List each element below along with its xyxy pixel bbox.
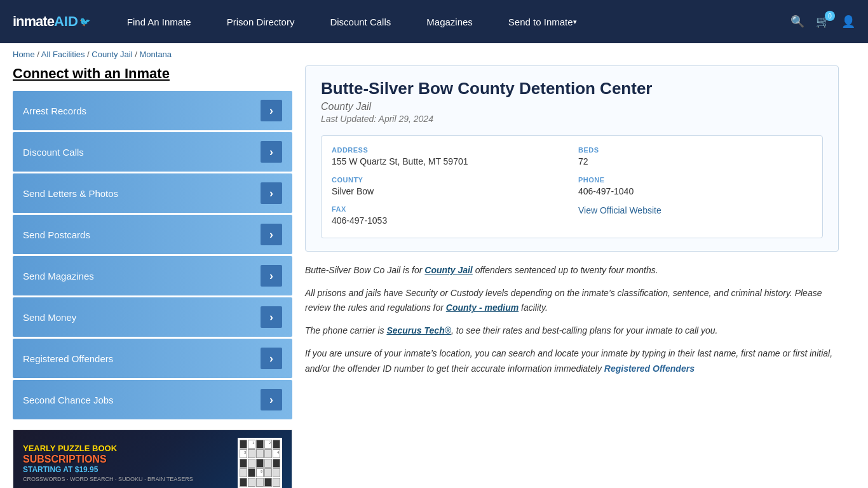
main-nav: Find An Inmate Prison Directory Discount… bbox=[109, 0, 790, 43]
beds-label: BEDS bbox=[578, 146, 812, 154]
sidebar-menu: Arrest Records › Discount Calls › Send L… bbox=[13, 91, 292, 419]
sidebar-item-send-letters[interactable]: Send Letters & Photos › bbox=[13, 173, 292, 213]
sidebar-item-label: Send Money bbox=[23, 312, 76, 323]
sidebar-item-label: Arrest Records bbox=[23, 105, 86, 116]
ad-line1: YEARLY PUZZLE BOOK bbox=[23, 444, 238, 454]
sidebar-arrow-icon: › bbox=[261, 306, 282, 328]
desc-para2-after: facility. bbox=[519, 302, 548, 313]
sidebar-item-send-magazines[interactable]: Send Magazines › bbox=[13, 256, 292, 295]
detail-beds: BEDS 72 bbox=[578, 146, 812, 168]
breadcrumb-county-jail[interactable]: County Jail bbox=[92, 50, 132, 59]
address-label: ADDRESS bbox=[332, 146, 566, 154]
fax-label: FAX bbox=[332, 205, 566, 213]
ad-line3: STARTING AT $19.95 bbox=[23, 465, 238, 474]
desc-registered-offenders-link[interactable]: Registered Offenders bbox=[604, 363, 695, 374]
sidebar-item-label: Send Postcards bbox=[23, 229, 90, 240]
desc-para1-after: offenders sentenced up to twenty four mo… bbox=[473, 265, 658, 275]
ad-banner[interactable]: YEARLY PUZZLE BOOK SUBSCRIPTIONS STARTIN… bbox=[13, 430, 292, 488]
breadcrumb-montana[interactable]: Montana bbox=[139, 50, 172, 59]
ad-puzzle-image: 1 2 3 4 9 bbox=[238, 438, 282, 489]
logo-bird-icon: 🐦 bbox=[79, 17, 90, 27]
user-icon[interactable]: 👤 bbox=[841, 15, 855, 29]
desc-para1-before: Butte-Silver Bow Co Jail is for bbox=[305, 265, 424, 275]
facility-details: ADDRESS 155 W Quartz St, Butte, MT 59701… bbox=[321, 135, 823, 238]
desc-para1: Butte-Silver Bow Co Jail is for County J… bbox=[305, 263, 839, 278]
sidebar-arrow-icon: › bbox=[261, 224, 282, 245]
nav-send-to-inmate[interactable]: Send to Inmate bbox=[491, 0, 595, 43]
sidebar-item-discount-calls[interactable]: Discount Calls › bbox=[13, 132, 292, 172]
ad-line2: SUBSCRIPTIONS bbox=[23, 454, 238, 465]
sidebar-item-registered-offenders[interactable]: Registered Offenders › bbox=[13, 339, 292, 378]
detail-website: View Official Website bbox=[578, 205, 812, 227]
desc-para4-before: If you are unsure of your inmate’s locat… bbox=[305, 348, 832, 374]
desc-county-jail-link[interactable]: County Jail bbox=[424, 265, 472, 275]
cart-icon[interactable]: 🛒 0 bbox=[816, 15, 830, 29]
phone-value: 406-497-1040 bbox=[578, 186, 812, 198]
sidebar-item-label: Second Chance Jobs bbox=[23, 395, 114, 405]
detail-phone: PHONE 406-497-1040 bbox=[578, 176, 812, 198]
main-content: Butte-Silver Bow County Detention Center… bbox=[305, 65, 839, 488]
sidebar-item-arrest-records[interactable]: Arrest Records › bbox=[13, 91, 292, 130]
breadcrumb-all-facilities[interactable]: All Facilities bbox=[41, 50, 85, 59]
county-value: Silver Bow bbox=[332, 186, 566, 198]
breadcrumb: Home / All Facilities / County Jail / Mo… bbox=[0, 43, 868, 65]
sidebar-arrow-icon: › bbox=[261, 348, 282, 369]
site-header: inmate AID 🐦 Find An Inmate Prison Direc… bbox=[0, 0, 868, 43]
nav-prison-directory[interactable]: Prison Directory bbox=[209, 0, 313, 43]
sidebar-item-label: Discount Calls bbox=[23, 147, 84, 158]
ad-text: YEARLY PUZZLE BOOK SUBSCRIPTIONS STARTIN… bbox=[23, 444, 238, 482]
facility-type: County Jail bbox=[321, 101, 823, 112]
sidebar-item-label: Send Magazines bbox=[23, 271, 94, 281]
sidebar-item-label: Send Letters & Photos bbox=[23, 188, 118, 199]
facility-description: Butte-Silver Bow Co Jail is for County J… bbox=[305, 263, 839, 377]
sidebar-item-second-chance-jobs[interactable]: Second Chance Jobs › bbox=[13, 380, 292, 419]
detail-fax: FAX 406-497-1053 bbox=[332, 205, 566, 227]
search-icon[interactable]: 🔍 bbox=[790, 15, 804, 29]
ad-line4: CROSSWORDS · WORD SEARCH · SUDOKU · BRAI… bbox=[23, 476, 238, 482]
main-layout: Connect with an Inmate Arrest Records › … bbox=[0, 65, 851, 488]
beds-value: 72 bbox=[578, 156, 812, 168]
address-value: 155 W Quartz St, Butte, MT 59701 bbox=[332, 156, 566, 168]
sidebar-arrow-icon: › bbox=[261, 100, 282, 121]
desc-para2: All prisons and jails have Security or C… bbox=[305, 286, 839, 316]
sidebar-item-label: Registered Offenders bbox=[23, 353, 113, 364]
sidebar-item-send-money[interactable]: Send Money › bbox=[13, 297, 292, 337]
website-link[interactable]: View Official Website bbox=[578, 205, 661, 215]
cart-badge: 0 bbox=[825, 11, 835, 21]
logo-aid: AID bbox=[54, 13, 78, 30]
desc-para4: If you are unsure of your inmate’s locat… bbox=[305, 346, 839, 377]
fax-value: 406-497-1053 bbox=[332, 215, 566, 227]
sidebar-arrow-icon: › bbox=[261, 182, 282, 204]
logo-inmate: inmate bbox=[13, 13, 54, 30]
sidebar-title: Connect with an Inmate bbox=[13, 65, 292, 82]
header-icons: 🔍 🛒 0 👤 bbox=[790, 15, 855, 29]
nav-discount-calls[interactable]: Discount Calls bbox=[312, 0, 409, 43]
site-logo[interactable]: inmate AID 🐦 bbox=[13, 13, 90, 30]
nav-magazines[interactable]: Magazines bbox=[409, 0, 491, 43]
facility-name: Butte-Silver Bow County Detention Center bbox=[321, 79, 823, 98]
detail-address: ADDRESS 155 W Quartz St, Butte, MT 59701 bbox=[332, 146, 566, 168]
desc-county-medium-link[interactable]: County - medium bbox=[446, 302, 519, 313]
detail-county: COUNTY Silver Bow bbox=[332, 176, 566, 198]
phone-label: PHONE bbox=[578, 176, 812, 184]
desc-para2-text: All prisons and jails have Security or C… bbox=[305, 288, 822, 313]
sidebar-item-send-postcards[interactable]: Send Postcards › bbox=[13, 215, 292, 254]
sidebar-arrow-icon: › bbox=[261, 141, 282, 163]
desc-para3-before: The phone carrier is bbox=[305, 325, 386, 336]
sidebar-arrow-icon: › bbox=[261, 389, 282, 410]
breadcrumb-home[interactable]: Home bbox=[13, 50, 35, 59]
facility-updated: Last Updated: April 29, 2024 bbox=[321, 114, 823, 124]
desc-para3-after: , to see their rates and best-calling pl… bbox=[451, 325, 717, 336]
desc-para3: The phone carrier is Securus Tech®, to s… bbox=[305, 323, 839, 339]
desc-securus-link[interactable]: Securus Tech® bbox=[386, 325, 451, 336]
facility-card: Butte-Silver Bow County Detention Center… bbox=[305, 65, 839, 252]
sidebar-arrow-icon: › bbox=[261, 265, 282, 287]
nav-find-inmate[interactable]: Find An Inmate bbox=[109, 0, 209, 43]
county-label: COUNTY bbox=[332, 176, 566, 184]
sidebar: Connect with an Inmate Arrest Records › … bbox=[13, 65, 292, 488]
